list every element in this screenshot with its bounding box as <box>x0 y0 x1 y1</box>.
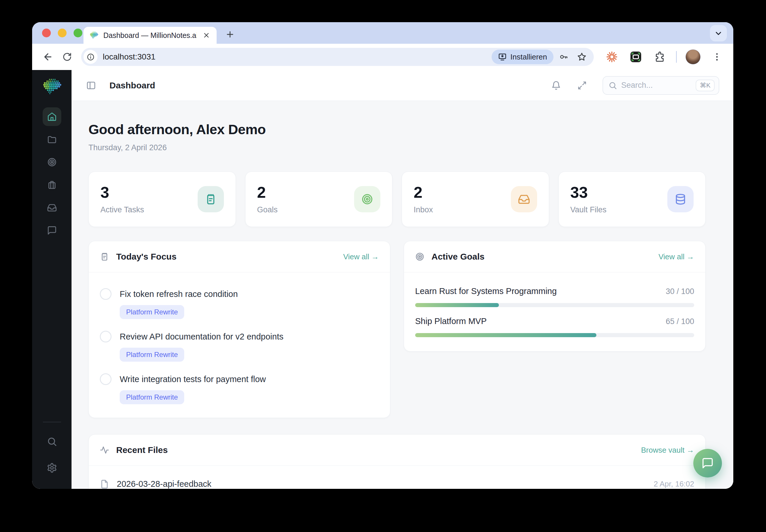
reload-button[interactable] <box>59 49 75 65</box>
chat-bubble-icon <box>702 457 714 469</box>
target-icon <box>47 157 57 167</box>
file-row[interactable]: 2026-03-28-api-feedback 2 Apr, 16:02 <box>100 479 694 489</box>
back-button[interactable] <box>40 49 56 65</box>
gear-icon <box>47 463 57 473</box>
app-header: Dashboard ⌘K <box>71 70 733 101</box>
clipboard-icon <box>198 186 224 212</box>
task-title: Write integration tests for payment flow <box>120 375 266 384</box>
chat-fab-button[interactable] <box>693 449 722 477</box>
address-bar[interactable]: localhost:3031 Installieren <box>81 48 594 66</box>
sidebar-toggle-button[interactable] <box>86 81 96 90</box>
bookmark-star-icon[interactable] <box>574 49 590 65</box>
favicon-brain-icon <box>89 31 99 39</box>
stat-label: Vault Files <box>570 205 607 214</box>
extensions-puzzle-icon[interactable] <box>652 49 667 64</box>
view-all-goals-link[interactable]: View all → <box>659 252 694 261</box>
app-logo-brain-icon <box>41 78 62 96</box>
task-project-badge: Platform Rewrite <box>120 348 184 362</box>
panel-icon <box>86 81 96 90</box>
stat-value: 3 <box>100 184 144 200</box>
browser-menu-icon[interactable] <box>709 49 725 64</box>
file-timestamp: 2 Apr, 16:02 <box>654 479 694 489</box>
file-icon <box>100 479 109 489</box>
inbox-icon <box>511 186 537 212</box>
task-title: Review API documentation for v2 endpoint… <box>120 332 284 342</box>
stat-value: 33 <box>570 184 607 200</box>
site-info-icon[interactable] <box>83 50 97 64</box>
sidebar-settings-button[interactable] <box>43 459 61 477</box>
sidebar-item-inbox[interactable] <box>43 198 61 217</box>
zoom-window-button[interactable] <box>73 29 82 37</box>
database-icon <box>667 186 694 212</box>
search-input[interactable] <box>621 81 692 90</box>
stat-card-active-tasks[interactable]: 3 Active Tasks <box>88 171 236 227</box>
task-item[interactable]: Review API documentation for v2 endpoint… <box>100 331 379 362</box>
task-item[interactable]: Fix token refresh race condition Platfor… <box>100 288 379 319</box>
stat-card-vault-files[interactable]: 33 Vault Files <box>558 171 706 227</box>
goal-item[interactable]: Ship Platform MVP 65 / 100 <box>415 316 694 337</box>
task-title: Fix token refresh race condition <box>120 289 238 299</box>
window-controls <box>42 29 82 37</box>
close-window-button[interactable] <box>42 29 51 37</box>
tab-strip: Dashboard — MillionNotes.ai <box>32 22 733 44</box>
search-icon <box>47 436 57 447</box>
sidebar <box>32 70 71 489</box>
home-icon <box>47 112 57 122</box>
goal-progress-fill <box>415 303 499 307</box>
sidebar-item-chat[interactable] <box>43 221 61 240</box>
new-tab-button[interactable] <box>222 26 238 43</box>
starburst-extension-icon[interactable] <box>604 49 620 64</box>
greeting-title: Good afternoon, Alex Demo <box>88 121 706 137</box>
browse-vault-link[interactable]: Browse vault → <box>641 446 694 455</box>
view-all-tasks-link[interactable]: View all → <box>343 252 379 261</box>
goal-progress-bar <box>415 303 694 307</box>
dashboard-content: Good afternoon, Alex Demo Thursday, 2 Ap… <box>71 101 733 489</box>
sidebar-search-button[interactable] <box>43 432 61 451</box>
folder-icon <box>47 134 57 144</box>
passwords-key-icon[interactable] <box>556 49 571 65</box>
briefcase-icon <box>47 180 57 190</box>
task-project-badge: Platform Rewrite <box>120 390 184 404</box>
inbox-icon <box>47 203 57 213</box>
task-project-badge: Platform Rewrite <box>120 305 184 319</box>
expand-icon[interactable] <box>578 81 587 90</box>
global-search[interactable]: ⌘K <box>603 76 719 95</box>
sidebar-item-files[interactable] <box>43 130 61 149</box>
task-item[interactable]: Write integration tests for payment flow… <box>100 373 379 404</box>
stat-card-goals[interactable]: 2 Goals <box>245 171 393 227</box>
stat-label: Goals <box>257 205 278 214</box>
install-app-button[interactable]: Installieren <box>492 50 553 64</box>
search-icon <box>609 81 617 90</box>
screen-capture-extension-icon[interactable] <box>628 49 643 64</box>
sidebar-item-home[interactable] <box>43 107 61 126</box>
tab-search-button[interactable] <box>710 25 727 41</box>
stat-label: Inbox <box>414 205 433 214</box>
target-icon <box>415 252 424 261</box>
stat-value: 2 <box>257 184 278 200</box>
browser-window: Dashboard — MillionNotes.ai localhost:30… <box>32 22 733 489</box>
sidebar-item-goals[interactable] <box>43 153 61 171</box>
goal-progress-fill <box>415 333 597 337</box>
task-checkbox[interactable] <box>100 288 111 300</box>
sidebar-divider <box>43 422 61 422</box>
goal-progress-value: 65 / 100 <box>666 317 694 326</box>
profile-avatar[interactable] <box>685 49 701 64</box>
sidebar-item-projects[interactable] <box>43 176 61 194</box>
browser-tab[interactable]: Dashboard — MillionNotes.ai <box>83 27 217 44</box>
stat-label: Active Tasks <box>100 205 144 214</box>
task-checkbox[interactable] <box>100 331 111 342</box>
goal-item[interactable]: Learn Rust for Systems Programming 30 / … <box>415 286 694 307</box>
clipboard-icon <box>100 252 109 261</box>
page-title: Dashboard <box>109 81 155 90</box>
file-name: 2026-03-28-api-feedback <box>117 479 212 489</box>
tab-title: Dashboard — MillionNotes.ai <box>103 31 197 40</box>
task-checkbox[interactable] <box>100 373 111 385</box>
goal-name: Learn Rust for Systems Programming <box>415 286 557 296</box>
tab-close-icon[interactable] <box>202 30 212 40</box>
url-text[interactable]: localhost:3031 <box>103 52 492 62</box>
stat-card-inbox[interactable]: 2 Inbox <box>402 171 549 227</box>
notifications-bell-icon[interactable] <box>551 81 561 90</box>
card-title: Recent Files <box>116 445 168 455</box>
minimize-window-button[interactable] <box>58 29 67 37</box>
stat-cards: 3 Active Tasks 2 Goals 2 Inbox <box>88 171 706 227</box>
